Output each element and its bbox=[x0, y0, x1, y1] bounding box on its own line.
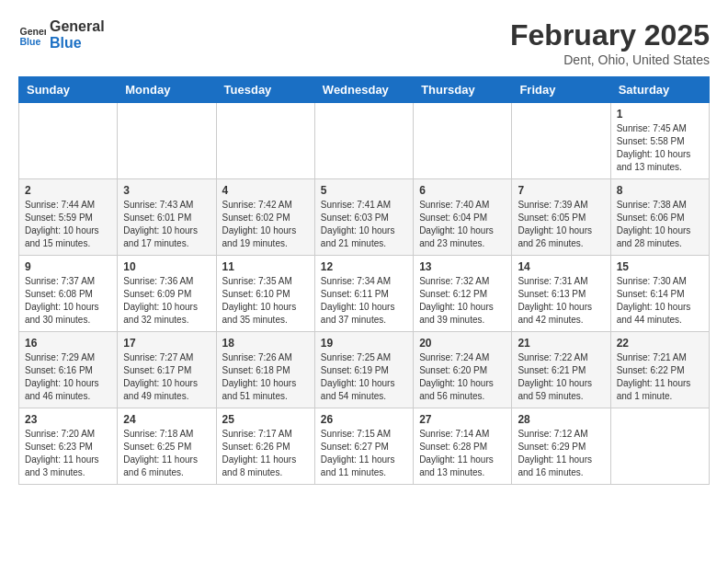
day-number: 23 bbox=[25, 413, 111, 426]
day-info: Sunrise: 7:39 AM Sunset: 6:05 PM Dayligh… bbox=[518, 199, 604, 250]
month-title: February 2025 bbox=[510, 18, 710, 52]
calendar-header-row: Sunday Monday Tuesday Wednesday Thursday… bbox=[19, 77, 710, 103]
day-number: 2 bbox=[25, 184, 111, 197]
location: Dent, Ohio, United States bbox=[510, 52, 710, 67]
col-friday: Friday bbox=[512, 77, 610, 103]
day-number: 6 bbox=[419, 184, 506, 197]
day-number: 22 bbox=[617, 337, 703, 350]
day-info: Sunrise: 7:17 AM Sunset: 6:26 PM Dayligh… bbox=[222, 428, 309, 479]
table-row: 6Sunrise: 7:40 AM Sunset: 6:04 PM Daylig… bbox=[414, 179, 512, 256]
day-info: Sunrise: 7:29 AM Sunset: 6:16 PM Dayligh… bbox=[25, 351, 111, 403]
table-row bbox=[314, 103, 413, 179]
logo-general: General bbox=[50, 18, 105, 35]
svg-text:Blue: Blue bbox=[20, 35, 41, 46]
col-wednesday: Wednesday bbox=[314, 77, 413, 103]
day-number: 15 bbox=[617, 260, 703, 273]
col-saturday: Saturday bbox=[610, 77, 709, 103]
table-row: 15Sunrise: 7:30 AM Sunset: 6:14 PM Dayli… bbox=[610, 256, 709, 332]
day-number: 12 bbox=[321, 260, 407, 273]
calendar-week-4: 16Sunrise: 7:29 AM Sunset: 6:16 PM Dayli… bbox=[19, 332, 710, 408]
table-row bbox=[19, 103, 118, 179]
table-row: 14Sunrise: 7:31 AM Sunset: 6:13 PM Dayli… bbox=[512, 256, 610, 332]
day-info: Sunrise: 7:20 AM Sunset: 6:23 PM Dayligh… bbox=[25, 428, 111, 479]
table-row: 16Sunrise: 7:29 AM Sunset: 6:16 PM Dayli… bbox=[19, 332, 118, 408]
day-info: Sunrise: 7:32 AM Sunset: 6:12 PM Dayligh… bbox=[419, 275, 506, 327]
table-row: 2Sunrise: 7:44 AM Sunset: 5:59 PM Daylig… bbox=[19, 179, 118, 256]
day-info: Sunrise: 7:36 AM Sunset: 6:09 PM Dayligh… bbox=[123, 275, 210, 327]
table-row: 21Sunrise: 7:22 AM Sunset: 6:21 PM Dayli… bbox=[512, 332, 610, 408]
table-row: 28Sunrise: 7:12 AM Sunset: 6:29 PM Dayli… bbox=[512, 408, 610, 485]
day-info: Sunrise: 7:25 AM Sunset: 6:19 PM Dayligh… bbox=[321, 351, 407, 403]
day-number: 24 bbox=[123, 413, 210, 426]
table-row: 1Sunrise: 7:45 AM Sunset: 5:58 PM Daylig… bbox=[610, 103, 709, 179]
day-info: Sunrise: 7:41 AM Sunset: 6:03 PM Dayligh… bbox=[321, 199, 407, 250]
day-number: 7 bbox=[518, 184, 604, 197]
day-info: Sunrise: 7:40 AM Sunset: 6:04 PM Dayligh… bbox=[419, 199, 506, 250]
day-number: 18 bbox=[222, 337, 309, 350]
day-info: Sunrise: 7:35 AM Sunset: 6:10 PM Dayligh… bbox=[222, 275, 309, 327]
calendar-week-5: 23Sunrise: 7:20 AM Sunset: 6:23 PM Dayli… bbox=[19, 408, 710, 485]
table-row: 9Sunrise: 7:37 AM Sunset: 6:08 PM Daylig… bbox=[19, 256, 118, 332]
calendar-week-2: 2Sunrise: 7:44 AM Sunset: 5:59 PM Daylig… bbox=[19, 179, 710, 256]
day-number: 1 bbox=[617, 108, 703, 121]
day-number: 27 bbox=[419, 413, 506, 426]
table-row: 27Sunrise: 7:14 AM Sunset: 6:28 PM Dayli… bbox=[414, 408, 512, 485]
table-row: 7Sunrise: 7:39 AM Sunset: 6:05 PM Daylig… bbox=[512, 179, 610, 256]
logo: General Blue General Blue bbox=[18, 18, 105, 51]
calendar: Sunday Monday Tuesday Wednesday Thursday… bbox=[18, 76, 710, 485]
day-info: Sunrise: 7:12 AM Sunset: 6:29 PM Dayligh… bbox=[518, 428, 604, 479]
day-info: Sunrise: 7:26 AM Sunset: 6:18 PM Dayligh… bbox=[222, 351, 309, 403]
table-row: 11Sunrise: 7:35 AM Sunset: 6:10 PM Dayli… bbox=[216, 256, 314, 332]
table-row: 5Sunrise: 7:41 AM Sunset: 6:03 PM Daylig… bbox=[314, 179, 413, 256]
table-row: 19Sunrise: 7:25 AM Sunset: 6:19 PM Dayli… bbox=[314, 332, 413, 408]
day-info: Sunrise: 7:31 AM Sunset: 6:13 PM Dayligh… bbox=[518, 275, 604, 327]
table-row: 13Sunrise: 7:32 AM Sunset: 6:12 PM Dayli… bbox=[414, 256, 512, 332]
day-info: Sunrise: 7:43 AM Sunset: 6:01 PM Dayligh… bbox=[123, 199, 210, 250]
day-number: 25 bbox=[222, 413, 309, 426]
col-thursday: Thursday bbox=[414, 77, 512, 103]
logo-blue: Blue bbox=[50, 35, 105, 52]
day-info: Sunrise: 7:38 AM Sunset: 6:06 PM Dayligh… bbox=[617, 199, 703, 250]
day-number: 9 bbox=[25, 260, 111, 273]
day-info: Sunrise: 7:42 AM Sunset: 6:02 PM Dayligh… bbox=[222, 199, 309, 250]
day-info: Sunrise: 7:30 AM Sunset: 6:14 PM Dayligh… bbox=[617, 275, 703, 327]
table-row bbox=[118, 103, 216, 179]
day-number: 20 bbox=[419, 337, 506, 350]
table-row: 20Sunrise: 7:24 AM Sunset: 6:20 PM Dayli… bbox=[414, 332, 512, 408]
day-number: 16 bbox=[25, 337, 111, 350]
day-info: Sunrise: 7:22 AM Sunset: 6:21 PM Dayligh… bbox=[518, 351, 604, 403]
col-monday: Monday bbox=[118, 77, 216, 103]
day-number: 8 bbox=[617, 184, 703, 197]
day-info: Sunrise: 7:44 AM Sunset: 5:59 PM Dayligh… bbox=[25, 199, 111, 250]
day-info: Sunrise: 7:14 AM Sunset: 6:28 PM Dayligh… bbox=[419, 428, 506, 479]
day-number: 5 bbox=[321, 184, 407, 197]
day-info: Sunrise: 7:27 AM Sunset: 6:17 PM Dayligh… bbox=[123, 351, 210, 403]
table-row: 8Sunrise: 7:38 AM Sunset: 6:06 PM Daylig… bbox=[610, 179, 709, 256]
table-row: 4Sunrise: 7:42 AM Sunset: 6:02 PM Daylig… bbox=[216, 179, 314, 256]
logo-icon: General Blue bbox=[18, 21, 46, 49]
table-row bbox=[512, 103, 610, 179]
day-info: Sunrise: 7:18 AM Sunset: 6:25 PM Dayligh… bbox=[123, 428, 210, 479]
calendar-week-3: 9Sunrise: 7:37 AM Sunset: 6:08 PM Daylig… bbox=[19, 256, 710, 332]
title-area: February 2025 Dent, Ohio, United States bbox=[510, 18, 710, 67]
day-info: Sunrise: 7:45 AM Sunset: 5:58 PM Dayligh… bbox=[617, 122, 703, 174]
table-row: 23Sunrise: 7:20 AM Sunset: 6:23 PM Dayli… bbox=[19, 408, 118, 485]
day-number: 3 bbox=[123, 184, 210, 197]
header: General Blue General Blue February 2025 … bbox=[18, 18, 710, 67]
table-row: 17Sunrise: 7:27 AM Sunset: 6:17 PM Dayli… bbox=[118, 332, 216, 408]
day-info: Sunrise: 7:15 AM Sunset: 6:27 PM Dayligh… bbox=[321, 428, 407, 479]
table-row: 18Sunrise: 7:26 AM Sunset: 6:18 PM Dayli… bbox=[216, 332, 314, 408]
col-tuesday: Tuesday bbox=[216, 77, 314, 103]
day-info: Sunrise: 7:24 AM Sunset: 6:20 PM Dayligh… bbox=[419, 351, 506, 403]
table-row bbox=[610, 408, 709, 485]
table-row: 24Sunrise: 7:18 AM Sunset: 6:25 PM Dayli… bbox=[118, 408, 216, 485]
day-info: Sunrise: 7:21 AM Sunset: 6:22 PM Dayligh… bbox=[617, 351, 703, 403]
day-number: 28 bbox=[518, 413, 604, 426]
calendar-week-1: 1Sunrise: 7:45 AM Sunset: 5:58 PM Daylig… bbox=[19, 103, 710, 179]
day-number: 4 bbox=[222, 184, 309, 197]
day-number: 13 bbox=[419, 260, 506, 273]
day-number: 26 bbox=[321, 413, 407, 426]
day-number: 10 bbox=[123, 260, 210, 273]
day-number: 17 bbox=[123, 337, 210, 350]
table-row: 12Sunrise: 7:34 AM Sunset: 6:11 PM Dayli… bbox=[314, 256, 413, 332]
